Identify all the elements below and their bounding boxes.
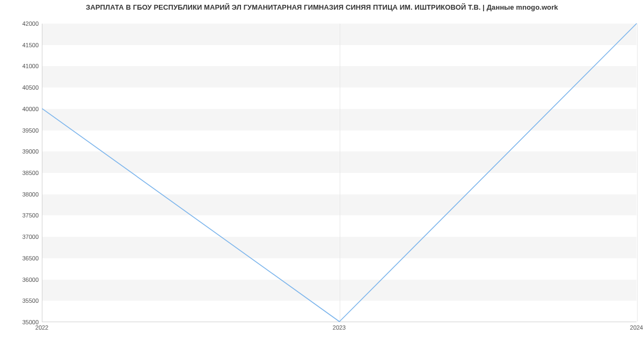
x-tick-label: 2023 bbox=[333, 324, 346, 331]
y-tick-label: 40000 bbox=[6, 106, 39, 112]
y-tick-label: 37500 bbox=[6, 212, 39, 219]
y-tick-label: 35000 bbox=[6, 319, 39, 325]
y-tick-label: 41000 bbox=[6, 63, 39, 69]
line-series bbox=[42, 24, 636, 322]
y-tick-label: 36000 bbox=[6, 277, 39, 283]
x-tick-label: 2022 bbox=[35, 324, 48, 331]
y-tick-label: 36500 bbox=[6, 255, 39, 261]
salary-line-chart: ЗАРПЛАТА В ГБОУ РЕСПУБЛИКИ МАРИЙ ЭЛ ГУМА… bbox=[0, 0, 644, 349]
y-tick-label: 39000 bbox=[6, 148, 39, 155]
y-tick-label: 40500 bbox=[6, 84, 39, 91]
y-tick-label: 38500 bbox=[6, 170, 39, 176]
y-tick-label: 37000 bbox=[6, 234, 39, 240]
plot-area bbox=[42, 24, 636, 322]
y-tick-label: 38000 bbox=[6, 191, 39, 198]
x-tick-label: 2024 bbox=[630, 324, 643, 331]
y-tick-label: 42000 bbox=[6, 20, 39, 27]
y-tick-label: 35500 bbox=[6, 297, 39, 304]
y-tick-label: 41500 bbox=[6, 42, 39, 48]
y-tick-label: 39500 bbox=[6, 127, 39, 134]
chart-title: ЗАРПЛАТА В ГБОУ РЕСПУБЛИКИ МАРИЙ ЭЛ ГУМА… bbox=[0, 3, 644, 11]
grid-vertical bbox=[637, 24, 638, 322]
